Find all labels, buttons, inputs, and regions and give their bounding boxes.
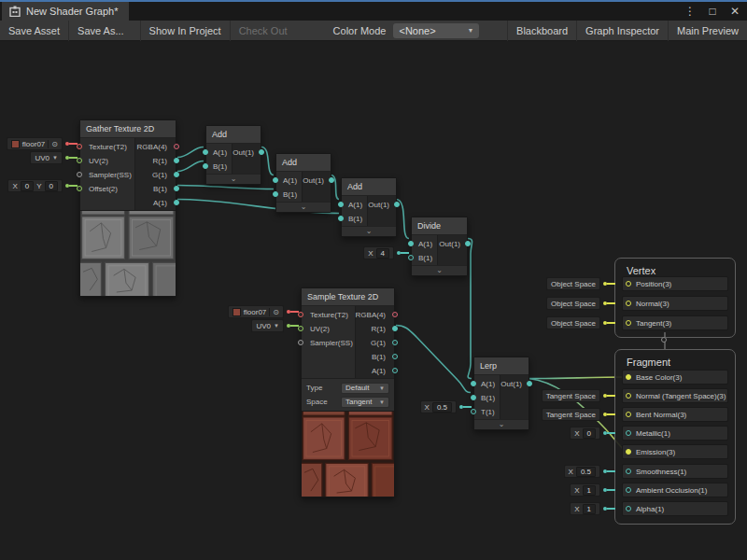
node-add-2[interactable]: Add A(1) B(1) Out(1) ⌄ [275, 153, 331, 213]
space-pill[interactable]: Tangent Space [542, 389, 600, 402]
port-emission[interactable] [626, 449, 631, 455]
field-value[interactable]: 4 [376, 248, 389, 259]
port-b[interactable] [203, 163, 208, 169]
space-pill[interactable]: Tangent Space [542, 408, 600, 421]
node-lerp[interactable]: Lerp A(1) B(1) T(1) Out(1) ⌄ [473, 357, 529, 430]
port-b[interactable] [338, 216, 344, 221]
space-pill[interactable]: Object Space [546, 277, 600, 290]
tab-new-shader-graph[interactable]: New Shader Graph* [2, 2, 129, 21]
port-out[interactable] [259, 149, 264, 155]
port-a[interactable] [392, 368, 398, 373]
block-row-normal-ts[interactable]: Normal (Tangent Space)(3) [622, 388, 728, 403]
ambient-occlusion-field[interactable]: X 1 [570, 483, 600, 497]
collapse-chevron-icon[interactable]: ⌄ [276, 202, 331, 212]
sample-texture-control: floor07 ⊙ [228, 305, 299, 318]
window-maximize-icon[interactable]: □ [706, 5, 719, 18]
port-a[interactable] [203, 149, 208, 155]
field-value[interactable]: 1 [583, 485, 596, 496]
port-r[interactable] [392, 326, 398, 331]
space-dropdown[interactable]: Tangent▼ [341, 397, 389, 408]
offset-x-field[interactable]: X 0 Y 0 [7, 179, 63, 192]
collapse-chevron-icon[interactable]: ⌄ [474, 419, 529, 429]
type-dropdown[interactable]: Default▼ [341, 383, 389, 394]
port-base-color[interactable] [626, 374, 631, 380]
block-row-emission[interactable]: Emission(3) [622, 444, 728, 459]
shader-graph-icon [9, 6, 21, 17]
field-value[interactable]: 1 [583, 504, 596, 514]
node-gather-texture-2d[interactable]: Gather Texture 2D Texture(T2) UV(2) Samp… [79, 119, 176, 297]
window-close-icon[interactable]: ✕ [728, 5, 741, 18]
field-value[interactable]: 0 [21, 181, 34, 191]
port-out[interactable] [394, 202, 400, 207]
lerp-t-field[interactable]: X 0.5 [420, 400, 457, 413]
port-b[interactable] [392, 354, 398, 359]
field-value[interactable]: 0 [583, 428, 596, 439]
node-add-1[interactable]: Add A(1) B(1) Out(1) ⌄ [205, 125, 261, 185]
port-smoothness[interactable] [626, 469, 631, 474]
port-a[interactable] [174, 200, 179, 205]
object-picker-icon[interactable]: ⊙ [269, 308, 279, 316]
block-row-tangent[interactable]: Tangent(3) [622, 315, 728, 330]
port-sampler[interactable] [298, 340, 303, 345]
port-sampler[interactable] [77, 172, 82, 177]
blackboard-toggle-button[interactable]: Blackboard [508, 21, 576, 41]
port-a[interactable] [338, 202, 344, 207]
node-divide[interactable]: Divide A(1) B(1) Out(1) ⌄ [411, 217, 468, 276]
port-metallic[interactable] [626, 430, 631, 436]
field-value[interactable]: 0 [45, 181, 58, 191]
port-b[interactable] [174, 186, 179, 191]
port-normal-tangent-space[interactable] [626, 393, 631, 399]
port-bent-normal[interactable] [626, 412, 631, 417]
smoothness-field[interactable]: X 0.5 [564, 465, 600, 478]
port-label: Sampler(SS) [89, 171, 132, 179]
port-r[interactable] [174, 158, 179, 163]
block-row-alpha[interactable]: Alpha(1) [622, 501, 728, 516]
texture-object-field[interactable]: floor07 ⊙ [228, 305, 284, 318]
port-g[interactable] [174, 172, 179, 177]
node-sample-texture-2d[interactable]: Sample Texture 2D Texture(T2) UV(2) Samp… [301, 287, 395, 497]
block-row-bent-normal[interactable]: Bent Normal(3) [622, 407, 728, 422]
metallic-field[interactable]: X 0 [570, 427, 600, 440]
port-normal[interactable] [626, 301, 631, 306]
space-pill[interactable]: Object Space [546, 316, 600, 329]
texture-object-field[interactable]: floor07 ⊙ [7, 137, 63, 150]
space-pill[interactable]: Object Space [546, 297, 600, 310]
divide-b-field[interactable]: X 4 [363, 246, 394, 259]
port-b[interactable] [273, 191, 278, 197]
save-asset-button[interactable]: Save Asset [0, 21, 68, 41]
alpha-field[interactable]: X 1 [570, 502, 600, 515]
block-row-position[interactable]: Position(3) [622, 276, 728, 291]
main-preview-toggle-button[interactable]: Main Preview [669, 21, 747, 41]
node-add-3[interactable]: Add A(1) B(1) Out(1) ⌄ [341, 177, 397, 237]
uv-channel-dropdown[interactable]: UV0 ▼ [30, 151, 63, 164]
port-tangent[interactable] [626, 320, 631, 326]
port-out[interactable] [329, 177, 334, 183]
object-picker-icon[interactable]: ⊙ [48, 140, 58, 148]
block-row-normal[interactable]: Normal(3) [622, 296, 728, 311]
collapse-chevron-icon[interactable]: ⌄ [206, 174, 261, 184]
show-in-project-button[interactable]: Show In Project [141, 21, 230, 41]
block-row-smoothness[interactable]: Smoothness(1) [622, 464, 728, 479]
collapse-chevron-icon[interactable]: ⌄ [342, 226, 396, 236]
field-value[interactable]: 0.5 [576, 467, 596, 477]
port-alpha[interactable] [626, 506, 631, 511]
port-ambient-occlusion[interactable] [626, 487, 631, 493]
port-position[interactable] [626, 281, 631, 287]
port-g[interactable] [392, 340, 398, 345]
uv-channel-dropdown[interactable]: UV0 ▼ [251, 319, 284, 332]
port-out[interactable] [527, 381, 532, 386]
block-row-metallic[interactable]: Metallic(1) [622, 426, 728, 441]
field-value[interactable]: 0.5 [432, 402, 452, 413]
port-rgba[interactable] [174, 144, 179, 149]
port-out[interactable] [465, 241, 471, 246]
collapse-chevron-icon[interactable]: ⌄ [412, 265, 467, 275]
block-row-ambient-occlusion[interactable]: Ambient Occlusion(1) [622, 483, 728, 497]
graph-inspector-toggle-button[interactable]: Graph Inspector [577, 21, 668, 41]
port-a[interactable] [471, 381, 476, 386]
port-rgba[interactable] [392, 312, 398, 317]
window-menu-icon[interactable]: ⋮ [684, 5, 697, 18]
color-mode-dropdown[interactable]: <None> ▼ [393, 23, 479, 38]
port-a[interactable] [273, 177, 278, 183]
save-as-button[interactable]: Save As... [69, 21, 133, 41]
block-row-base-color[interactable]: Base Color(3) [622, 370, 728, 385]
